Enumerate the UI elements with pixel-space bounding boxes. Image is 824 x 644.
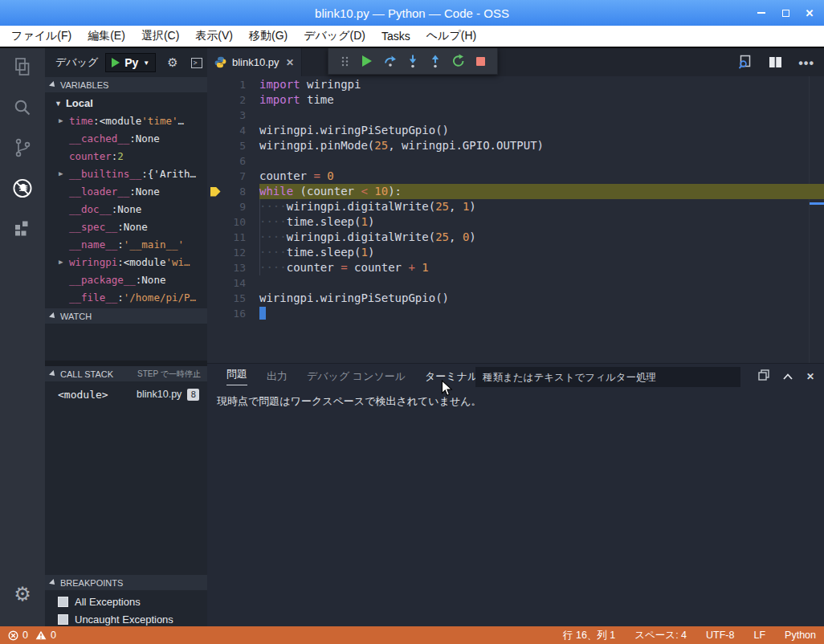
- code-line[interactable]: 15wiringpi.wiringPiSetupGpio(): [207, 291, 824, 306]
- status-item-2[interactable]: UTF-8: [706, 630, 734, 641]
- code-line[interactable]: 2import time: [207, 92, 824, 108]
- checkbox[interactable]: [58, 614, 68, 625]
- variable-row[interactable]: __name__: '__main__': [45, 235, 207, 253]
- menu-item-5[interactable]: デバッグ(D): [296, 29, 373, 43]
- variable-row[interactable]: __doc__: None: [45, 200, 207, 218]
- breakpoint-gutter[interactable]: [207, 169, 223, 184]
- minimize-button[interactable]: [755, 6, 768, 19]
- scope-local[interactable]: ▼ Local: [45, 95, 207, 112]
- panel-tab-2[interactable]: デバッグ コンソール: [297, 364, 415, 389]
- breakpoint-gutter[interactable]: [207, 230, 223, 245]
- code-line[interactable]: 8while (counter < 10):: [207, 184, 824, 199]
- panel-tab-1[interactable]: 出力: [257, 364, 297, 389]
- variable-row[interactable]: __file__: '/home/pi/P…: [45, 288, 207, 306]
- menu-item-3[interactable]: 表示(V): [187, 29, 241, 43]
- status-item-3[interactable]: LF: [753, 630, 765, 641]
- restart-button[interactable]: [451, 53, 467, 69]
- menu-item-7[interactable]: ヘルプ(H): [418, 29, 484, 43]
- breakpoint-gutter[interactable]: [207, 153, 223, 169]
- close-tab-icon[interactable]: ✕: [286, 57, 294, 68]
- section-watch[interactable]: WATCH: [45, 308, 207, 324]
- breakpoint-gutter[interactable]: [207, 291, 223, 306]
- status-item-0[interactable]: 行 16、列 1: [563, 629, 615, 642]
- section-call-stack[interactable]: CALL STACK STEP で一時停止: [45, 366, 207, 381]
- variable-row[interactable]: ▶__builtins__: {'Arith…: [45, 165, 207, 182]
- breakpoint-gutter[interactable]: [207, 138, 223, 153]
- breakpoint-gutter[interactable]: [207, 92, 223, 108]
- step-into-button[interactable]: [405, 53, 421, 69]
- stack-frame[interactable]: <module> blink10.py 8: [45, 385, 207, 403]
- variable-row[interactable]: __loader__: None: [45, 182, 207, 200]
- section-variables[interactable]: VARIABLES: [45, 77, 207, 92]
- variable-row[interactable]: __spec__: None: [45, 218, 207, 235]
- problems-status[interactable]: 0 0: [8, 630, 56, 641]
- code-editor[interactable]: 1import wiringpi2import time34wiringpi.w…: [207, 76, 824, 363]
- code-line[interactable]: 1import wiringpi: [207, 77, 824, 92]
- variable-row[interactable]: ▶wiringpi: <module 'wi…: [45, 253, 207, 271]
- code-line[interactable]: 13····counter = counter + 1: [207, 260, 824, 275]
- debug-icon[interactable]: [12, 177, 33, 198]
- variable-row[interactable]: ▶time: <module 'time' …: [45, 112, 207, 129]
- breakpoint-gutter[interactable]: [207, 123, 223, 138]
- code-line[interactable]: 16: [207, 306, 824, 321]
- variable-row[interactable]: __package__: None: [45, 271, 207, 288]
- maximize-button[interactable]: [779, 6, 792, 19]
- status-item-1[interactable]: スペース: 4: [634, 629, 687, 642]
- breakpoint-gutter[interactable]: [207, 184, 223, 199]
- breakpoint-gutter[interactable]: [207, 260, 223, 275]
- code-line[interactable]: 3: [207, 108, 824, 123]
- code-line[interactable]: 10····time.sleep(1): [207, 214, 824, 230]
- status-item-4[interactable]: Python: [785, 630, 816, 641]
- breakpoint-row[interactable]: Uncaught Exceptions: [45, 610, 207, 626]
- close-button[interactable]: ✕: [803, 6, 816, 19]
- breakpoint-gutter[interactable]: [207, 275, 223, 291]
- debug-console-icon[interactable]: >: [191, 58, 202, 68]
- code-line[interactable]: 5wiringpi.pinMode(25, wiringpi.GPIO.OUTP…: [207, 138, 824, 153]
- code-line[interactable]: 7counter = 0: [207, 169, 824, 184]
- close-panel-icon[interactable]: ✕: [806, 371, 814, 382]
- code-line[interactable]: 6: [207, 153, 824, 169]
- extensions-icon[interactable]: [12, 218, 33, 238]
- continue-button[interactable]: [359, 53, 375, 69]
- stop-button[interactable]: [473, 53, 489, 69]
- variable-row[interactable]: counter: 2: [45, 147, 207, 165]
- tab-blink10[interactable]: blink10.py ✕: [207, 48, 302, 76]
- checkbox[interactable]: [58, 597, 68, 607]
- step-over-button[interactable]: [382, 53, 398, 69]
- breakpoint-gutter[interactable]: [207, 214, 223, 230]
- restore-panel-icon[interactable]: [758, 369, 769, 384]
- menu-item-2[interactable]: 選択(C): [133, 29, 187, 43]
- maximize-panel-icon[interactable]: [783, 371, 793, 382]
- breakpoint-gutter[interactable]: [207, 306, 223, 321]
- code-line[interactable]: 4wiringpi.wiringPiSetupGpio(): [207, 123, 824, 138]
- breakpoint-gutter[interactable]: [207, 245, 223, 260]
- launch-config-label[interactable]: Py: [124, 56, 138, 69]
- launch-config-box[interactable]: Py ▼: [105, 53, 156, 72]
- source-control-icon[interactable]: [12, 137, 33, 158]
- more-actions-icon[interactable]: •••: [798, 59, 814, 67]
- problems-filter-input[interactable]: [475, 367, 740, 387]
- breakpoint-gutter[interactable]: [207, 199, 223, 214]
- files-icon[interactable]: [12, 57, 33, 78]
- menu-item-1[interactable]: 編集(E): [80, 29, 133, 43]
- open-file-search-icon[interactable]: [738, 55, 753, 72]
- configure-gear-icon[interactable]: ⚙: [167, 55, 177, 70]
- drag-grip-icon[interactable]: [337, 53, 353, 69]
- settings-gear-icon[interactable]: ⚙: [0, 584, 45, 605]
- menu-item-0[interactable]: ファイル(F): [3, 29, 80, 43]
- panel-tab-0[interactable]: 問題: [217, 364, 257, 389]
- section-breakpoints[interactable]: BREAKPOINTS: [45, 575, 207, 590]
- code-line[interactable]: 11····wiringpi.digitalWrite(25, 0): [207, 230, 824, 245]
- code-line[interactable]: 14: [207, 275, 824, 291]
- chevron-down-icon[interactable]: ▼: [143, 59, 149, 67]
- breakpoint-row[interactable]: All Exceptions: [45, 593, 207, 610]
- breakpoint-gutter[interactable]: [207, 108, 223, 123]
- code-line[interactable]: 9····wiringpi.digitalWrite(25, 1): [207, 199, 824, 214]
- menu-item-4[interactable]: 移動(G): [241, 29, 296, 43]
- variable-row[interactable]: __cached__: None: [45, 129, 207, 147]
- start-debug-icon[interactable]: [112, 58, 120, 67]
- code-line[interactable]: 12····time.sleep(1): [207, 245, 824, 260]
- menu-item-6[interactable]: Tasks: [373, 30, 418, 43]
- search-icon[interactable]: [12, 97, 33, 118]
- breakpoint-gutter[interactable]: [207, 77, 223, 92]
